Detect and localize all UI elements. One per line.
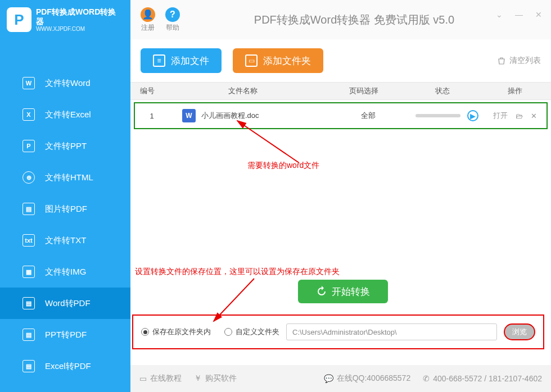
sidebar-item-icon: txt [22, 234, 35, 247]
buy-link[interactable]: ￥购买软件 [194, 373, 237, 384]
radio-original-folder[interactable] [141, 328, 149, 336]
tutorial-link[interactable]: ▭在线教程 [139, 373, 182, 384]
sidebar-item-1[interactable]: X文件转Excel [0, 99, 130, 130]
label-original-folder: 保存在原文件夹内 [152, 327, 211, 337]
footer: ▭在线教程 ￥购买软件 💬在线QQ:4006685572 ✆400-668-55… [130, 365, 551, 392]
progress-bar [415, 114, 460, 117]
row-state: ▶ [410, 110, 484, 121]
sidebar-item-label: 文件转IMG [45, 267, 86, 277]
radio-custom-folder[interactable] [224, 328, 232, 336]
topbar: 👤 注册 ? 帮助 PDF转换成Word转换器 免费试用版 v5.0 ⌄ — ✕ [130, 0, 551, 39]
actionbar: ≡ 添加文件 ▭ 添加文件夹 清空列表 [130, 39, 551, 82]
table-header: 编号 文件名称 页码选择 状态 操作 [130, 82, 551, 100]
sidebar-item-icon: ▤ [22, 360, 35, 372]
sidebar-item-9[interactable]: ▤Excel转PDF [0, 350, 130, 382]
header-name: 文件名称 [164, 86, 322, 96]
window-controls: ⌄ — ✕ [496, 10, 542, 19]
sidebar-item-0[interactable]: W文件转Word [0, 67, 130, 99]
file-icon: ≡ [153, 54, 165, 67]
browse-button[interactable]: 浏览 [504, 323, 535, 340]
table-row-highlight: 1 W 小儿画画教程.doc 全部 ▶ 打开 🗁 ✕ [134, 102, 548, 129]
file-table: 编号 文件名称 页码选择 状态 操作 1 W 小儿画画教程.doc 全部 ▶ 打… [130, 82, 551, 129]
row-num: 1 [135, 112, 169, 120]
annotation-save: 设置转换文件的保存位置，这里可以设置为保存在原文件夹 [135, 267, 340, 277]
sidebar-item-label: PPT转PDF [45, 330, 87, 340]
folder-open-icon[interactable]: 🗁 [516, 112, 523, 120]
sidebar-item-icon: P [22, 140, 35, 152]
row-page[interactable]: 全部 [326, 111, 410, 121]
sidebar-item-label: 文件转Word [45, 78, 91, 89]
save-path-input[interactable]: C:\Users\Administrator\Desktop\ [286, 323, 497, 340]
sidebar-item-6[interactable]: ▦文件转IMG [0, 256, 130, 288]
word-file-icon: W [182, 109, 196, 122]
sidebar-item-label: 文件转TXT [45, 235, 86, 246]
add-file-button[interactable]: ≡ 添加文件 [141, 48, 222, 73]
header-page: 页码选择 [322, 86, 406, 96]
sidebar-item-label: 文件转Excel [45, 110, 91, 120]
close-icon[interactable]: ✕ [535, 10, 542, 19]
refresh-icon [316, 286, 327, 297]
trash-icon [497, 56, 506, 65]
save-location-panel: 保存在原文件夹内 自定义文件夹 C:\Users\Administrator\D… [132, 314, 544, 349]
play-icon[interactable]: ▶ [467, 110, 478, 121]
sidebar-item-3[interactable]: ⊕文件转HTML [0, 162, 130, 193]
sidebar-item-icon: W [22, 77, 35, 89]
header-num: 编号 [130, 86, 164, 96]
sidebar-item-icon: ▤ [22, 203, 35, 215]
sidebar: P PDF转换成WORD转换器 WWW.XJPDF.COM W文件转WordX文… [0, 0, 130, 392]
book-icon: ▭ [139, 374, 147, 383]
sidebar-item-4[interactable]: ▤图片转PDF [0, 193, 130, 225]
app-title: PDF转换成Word转换器 免费试用版 v5.0 [180, 12, 551, 28]
phone-contact: ✆400-668-5572 / 181-2107-4602 [423, 374, 542, 383]
sidebar-item-5[interactable]: txt文件转TXT [0, 225, 130, 256]
question-icon: ? [165, 7, 180, 22]
qq-contact[interactable]: 💬在线QQ:4006685572 [324, 373, 411, 384]
sidebar-item-label: Excel转PDF [45, 361, 91, 372]
folder-icon: ▭ [245, 54, 258, 67]
sidebar-item-label: 文件转HTML [45, 172, 93, 183]
sidebar-item-icon: ▤ [22, 329, 35, 341]
file-name: 小儿画画教程.doc [201, 111, 259, 121]
add-folder-button[interactable]: ▭ 添加文件夹 [233, 48, 323, 73]
sidebar-item-label: Word转PDF [45, 298, 91, 309]
sidebar-item-7[interactable]: ▤Word转PDF [0, 288, 130, 319]
header-state: 状态 [406, 86, 479, 96]
table-row[interactable]: 1 W 小儿画画教程.doc 全部 ▶ 打开 🗁 ✕ [135, 103, 547, 128]
sidebar-item-label: 文件转PPT [45, 141, 87, 152]
sidebar-item-label: 图片转PDF [45, 204, 87, 215]
label-custom-folder: 自定义文件夹 [236, 327, 279, 337]
sidebar-item-8[interactable]: ▤PPT转PDF [0, 319, 130, 350]
sidebar-item-icon: ⊕ [22, 171, 35, 184]
open-link[interactable]: 打开 [493, 111, 508, 121]
remove-icon[interactable]: ✕ [531, 112, 537, 120]
sidebar-item-icon: ▦ [22, 266, 35, 278]
minimize-icon[interactable]: — [515, 10, 523, 19]
start-convert-button[interactable]: 开始转换 [298, 280, 388, 303]
logo-icon: P [7, 7, 31, 32]
header-op: 操作 [479, 86, 551, 96]
annotation-file: 需要转换的word文件 [247, 161, 319, 171]
sidebar-item-icon: X [22, 108, 35, 121]
register-button[interactable]: 👤 注册 [141, 7, 155, 33]
yen-icon: ￥ [194, 373, 202, 384]
clear-list-button[interactable]: 清空列表 [497, 56, 541, 66]
help-button[interactable]: ? 帮助 [165, 7, 180, 33]
sidebar-item-icon: ▤ [22, 297, 35, 309]
logo-url: WWW.XJPDF.COM [36, 26, 124, 32]
logo: P PDF转换成WORD转换器 WWW.XJPDF.COM [0, 0, 130, 39]
dropdown-icon[interactable]: ⌄ [496, 10, 503, 19]
logo-title: PDF转换成WORD转换器 [36, 7, 124, 26]
sidebar-item-2[interactable]: P文件转PPT [0, 130, 130, 162]
chat-icon: 💬 [324, 374, 333, 383]
phone-icon: ✆ [423, 374, 430, 383]
user-icon: 👤 [141, 7, 155, 22]
